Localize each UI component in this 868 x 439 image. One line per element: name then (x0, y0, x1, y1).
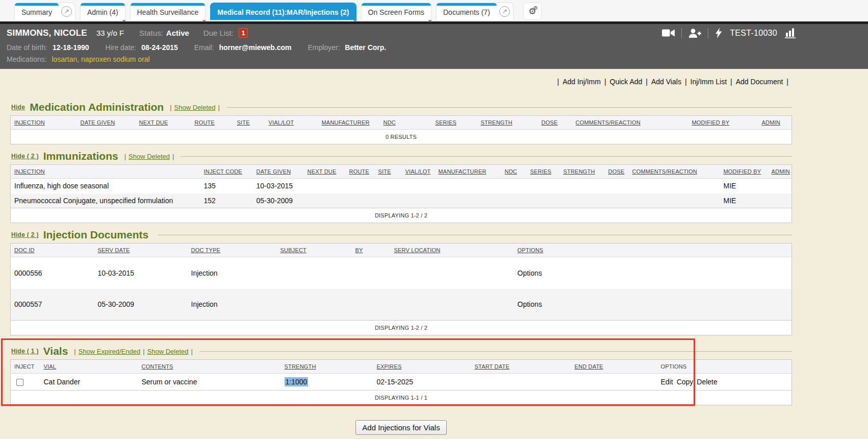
column-header-doc-id[interactable]: DOC ID (11, 243, 96, 257)
cell-expires: 02-15-2025 (375, 374, 473, 391)
column-header-series[interactable]: SERIES (528, 165, 561, 179)
column-header-comments-reaction[interactable]: COMMENTS/REACTION (630, 165, 722, 179)
settings-gear-button[interactable]: ⚙ ⚙ (523, 3, 542, 20)
separator: | (786, 78, 788, 86)
column-header-end-date[interactable]: END DATE (573, 360, 659, 374)
column-header-vial-lot[interactable]: VIAL/LOT (403, 165, 437, 179)
vial-option-edit[interactable]: Edit (661, 378, 673, 386)
column-header-comments-reaction[interactable]: COMMENTS/REACTION (574, 116, 690, 130)
column-header-modified-by[interactable]: MODIFIED BY (690, 116, 760, 130)
summary-popout-button[interactable]: ↗ (59, 3, 75, 20)
column-header-site[interactable]: SITE (376, 165, 403, 179)
immunizations-table: INJECTIONINJECT CODEDATE GIVENNEXT DUERO… (10, 164, 792, 223)
column-header-expires[interactable]: EXPIRES (375, 360, 473, 374)
column-header-strength[interactable]: STRENGTH (283, 360, 375, 374)
column-header-ndc[interactable]: NDC (503, 165, 528, 179)
vial-select-checkbox[interactable] (16, 379, 23, 386)
bar-chart-icon[interactable] (785, 28, 797, 38)
column-header-inject: INJECT (11, 360, 42, 374)
hide-vials-link[interactable]: Hide ( 1 ) (11, 348, 39, 355)
column-header-vial[interactable]: VIAL (42, 360, 140, 374)
immunization-row: Pneumococcal Conjugate, unspecified form… (11, 193, 792, 208)
section-rule (226, 107, 792, 108)
cell-doc-id: 0000556 (11, 257, 96, 289)
column-header-start-date[interactable]: START DATE (473, 360, 573, 374)
tab-health-surveillance[interactable]: Health Surveillance (131, 3, 206, 20)
patient-banner: SIMMONS, NICOLE 33 y/o F Status: Active … (0, 21, 868, 69)
action-link-add-vials[interactable]: Add Vials (651, 78, 681, 86)
column-header-next-due[interactable]: NEXT DUE (305, 165, 347, 179)
tab-medical-record-active[interactable]: Medical Record (11):MAR/Injections (2) (211, 3, 355, 20)
column-header-route[interactable]: ROUTE (347, 165, 376, 179)
column-header-site[interactable]: SITE (235, 116, 267, 130)
column-header-strength[interactable]: STRENGTH (561, 165, 606, 179)
column-header-doc-type[interactable]: DOC TYPE (189, 243, 278, 257)
action-link-inj-imm-list[interactable]: Inj/Imm List (691, 78, 727, 86)
column-header-inject-code[interactable]: INJECT CODE (202, 165, 254, 179)
vials-title: Vials (43, 345, 68, 357)
medications-links[interactable]: losartan, naproxen sodium oral (52, 55, 149, 63)
tab-dropdown-fold-icon (122, 20, 125, 23)
action-link-add-inj-imm[interactable]: Add Inj/Imm (563, 78, 601, 86)
vial-option-copy[interactable]: Copy (677, 378, 694, 386)
section-injection-documents: Hide ( 2 ) Injection Documents DOC IDSER… (10, 229, 792, 335)
column-header-admin[interactable]: ADMIN (760, 116, 792, 130)
column-header-series[interactable]: SERIES (433, 116, 479, 130)
medication-administration-table: INJECTIONDATE GIVENNEXT DUEROUTESITEVIAL… (10, 115, 792, 144)
email-value: horner@mieweb.com (219, 43, 291, 52)
column-header-date-given[interactable]: DATE GIVEN (254, 165, 305, 179)
tab-summary[interactable]: Summary (15, 3, 59, 20)
video-camera-icon[interactable] (662, 29, 675, 37)
action-link-add-document[interactable]: Add Document (736, 78, 783, 86)
tab-summary-group: Summary ↗ (14, 3, 75, 20)
med-admin-show-deleted[interactable]: Show Deleted (174, 104, 216, 111)
hide-immunizations-link[interactable]: Hide ( 2 ) (11, 153, 39, 160)
tab-on-screen-forms[interactable]: On Screen Forms (362, 3, 431, 20)
tab-documents[interactable]: Documents (7) (437, 3, 497, 20)
column-header-next-due[interactable]: NEXT DUE (137, 116, 193, 130)
column-header-vial-lot[interactable]: VIAL/LOT (267, 116, 320, 130)
column-header-date-given[interactable]: DATE GIVEN (79, 116, 137, 130)
column-header-manufacturer[interactable]: MANUFACTURER (320, 116, 381, 130)
hide-medication-administration-link[interactable]: Hide (11, 104, 25, 111)
column-header-injection[interactable]: INJECTION (11, 165, 202, 179)
column-header-dose[interactable]: DOSE (606, 165, 630, 179)
cell-modified-by: MIE (722, 193, 770, 208)
column-header-route[interactable]: ROUTE (193, 116, 235, 130)
column-header-admin[interactable]: ADMIN (770, 165, 792, 179)
patient-name: SIMMONS, NICOLE (7, 28, 87, 38)
cell-injection: Influenza, high dose seasonal (11, 179, 202, 193)
due-list-count-badge[interactable]: 1 (239, 28, 248, 38)
column-header-ndc[interactable]: NDC (381, 116, 433, 130)
tab-admin[interactable]: Admin (4) (81, 3, 125, 20)
tab-medical-record-group: Medical Record (11):MAR/Injections (2) (210, 3, 356, 20)
column-header-serv-location[interactable]: SERV LOCATION (392, 243, 516, 257)
hide-injection-documents-link[interactable]: Hide ( 2 ) (11, 231, 39, 238)
vial-option-delete[interactable]: Delete (697, 378, 717, 386)
tab-medical-record-label: Medical Record (11):MAR/Injections (2) (217, 8, 349, 16)
vials-show-deleted[interactable]: Show Deleted (147, 348, 189, 355)
vials-show-expired-ended[interactable]: Show Expired/Ended (79, 348, 140, 355)
tab-accent-cap (81, 3, 125, 6)
documents-popout-button[interactable]: ↗ (497, 3, 513, 20)
action-link-quick-add[interactable]: Quick Add (610, 78, 643, 86)
add-injections-for-vials-button[interactable]: Add Injections for Vials (355, 420, 446, 435)
paging-status: DISPLAYING 1-2 / 2 (11, 208, 792, 223)
document-options-link[interactable]: Options (518, 300, 542, 308)
patient-chart-number: TEST-10030 (730, 29, 777, 38)
dob-label: Date of birth: (7, 43, 47, 52)
column-header-by[interactable]: BY (353, 243, 392, 257)
add-person-icon[interactable] (688, 29, 701, 38)
column-header-subject[interactable]: SUBJECT (278, 243, 353, 257)
column-header-options[interactable]: OPTIONS (516, 243, 792, 257)
column-header-strength[interactable]: STRENGTH (479, 116, 540, 130)
column-header-contents[interactable]: CONTENTS (140, 360, 283, 374)
immunizations-show-deleted[interactable]: Show Deleted (129, 153, 170, 160)
column-header-injection[interactable]: INJECTION (11, 116, 79, 130)
column-header-serv-date[interactable]: SERV DATE (96, 243, 189, 257)
document-options-link[interactable]: Options (518, 269, 542, 277)
column-header-dose[interactable]: DOSE (540, 116, 574, 130)
column-header-modified-by[interactable]: MODIFIED BY (722, 165, 770, 179)
lightning-bolt-icon[interactable] (715, 28, 722, 38)
column-header-manufacturer[interactable]: MANUFACTURER (437, 165, 503, 179)
